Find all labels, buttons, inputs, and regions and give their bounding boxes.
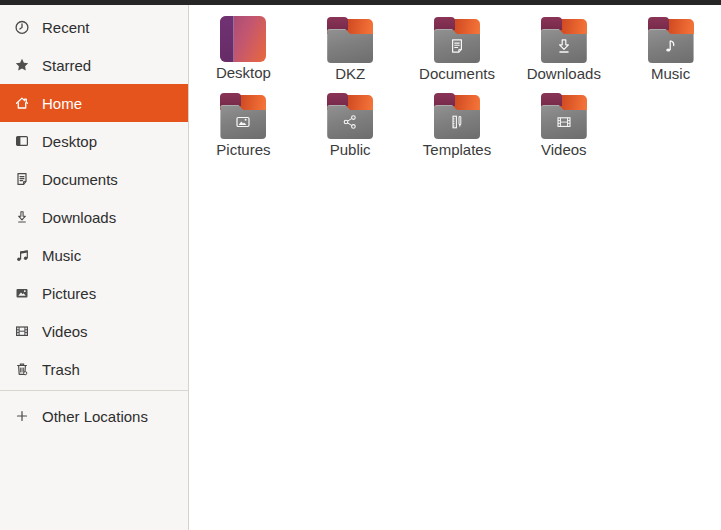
folder-icon [326, 93, 374, 139]
icon-grid: Desktop DKZ Documents [190, 10, 721, 162]
file-item-label: Downloads [527, 66, 601, 82]
folder-icon [540, 93, 588, 139]
sidebar-item-label: Home [42, 95, 82, 112]
home-icon [14, 95, 30, 111]
download-icon [14, 209, 30, 225]
files-view[interactable]: Desktop DKZ Documents [189, 5, 721, 530]
document-icon [14, 171, 30, 187]
file-item-label: Templates [423, 142, 491, 158]
film-emblem-icon [555, 113, 573, 131]
sidebar-item-label: Other Locations [42, 408, 148, 425]
sidebar-item-label: Videos [42, 323, 88, 340]
ruler-pencil-emblem-icon [448, 113, 466, 131]
share-emblem-icon [341, 113, 359, 131]
file-item-label: Desktop [216, 65, 271, 81]
sidebar-item-label: Trash [42, 361, 80, 378]
folder-icon [219, 93, 267, 139]
folder-icon [433, 93, 481, 139]
file-item-label: Documents [419, 66, 495, 82]
window-icon [14, 133, 30, 149]
star-icon [14, 57, 30, 73]
file-item-dkz[interactable]: DKZ [297, 10, 404, 86]
sidebar-separator [0, 390, 188, 391]
places-sidebar: Recent Starred Home Desktop Documents [0, 5, 189, 530]
sidebar-item-videos[interactable]: Videos [0, 312, 188, 350]
music-note-emblem-icon [662, 37, 680, 55]
file-item-public[interactable]: Public [297, 86, 404, 162]
sidebar-item-recent[interactable]: Recent [0, 8, 188, 46]
file-item-music[interactable]: Music [617, 10, 721, 86]
plus-icon [14, 408, 30, 424]
sidebar-item-music[interactable]: Music [0, 236, 188, 274]
sidebar-item-starred[interactable]: Starred [0, 46, 188, 84]
document-emblem-icon [448, 37, 466, 55]
file-item-label: Public [330, 142, 371, 158]
file-item-pictures[interactable]: Pictures [190, 86, 297, 162]
sidebar-item-desktop[interactable]: Desktop [0, 122, 188, 160]
sidebar-item-home[interactable]: Home [0, 84, 188, 122]
folder-icon [647, 17, 695, 63]
file-item-desktop[interactable]: Desktop [190, 10, 297, 86]
sidebar-item-pictures[interactable]: Pictures [0, 274, 188, 312]
file-item-documents[interactable]: Documents [404, 10, 511, 86]
music-note-icon [14, 247, 30, 263]
trash-icon [14, 361, 30, 377]
file-item-label: Pictures [216, 142, 270, 158]
photo-emblem-icon [234, 113, 252, 131]
folder-icon [326, 17, 374, 63]
download-arrow-emblem-icon [555, 37, 573, 55]
sidebar-item-label: Downloads [42, 209, 116, 226]
sidebar-item-downloads[interactable]: Downloads [0, 198, 188, 236]
file-item-label: Music [651, 66, 690, 82]
sidebar-item-documents[interactable]: Documents [0, 160, 188, 198]
file-item-templates[interactable]: Templates [404, 86, 511, 162]
sidebar-item-label: Pictures [42, 285, 96, 302]
sidebar-item-trash[interactable]: Trash [0, 350, 188, 388]
user-desktop-icon [220, 16, 266, 62]
folder-icon [540, 17, 588, 63]
film-icon [14, 323, 30, 339]
sidebar-item-label: Music [42, 247, 81, 264]
sidebar-item-label: Desktop [42, 133, 97, 150]
image-icon [14, 285, 30, 301]
files-window: Recent Starred Home Desktop Documents [0, 5, 721, 530]
file-item-videos[interactable]: Videos [510, 86, 617, 162]
folder-icon [433, 17, 481, 63]
sidebar-item-label: Starred [42, 57, 91, 74]
sidebar-item-other-locations[interactable]: Other Locations [0, 397, 188, 435]
clock-icon [14, 19, 30, 35]
file-item-label: Videos [541, 142, 587, 158]
file-item-downloads[interactable]: Downloads [510, 10, 617, 86]
file-item-label: DKZ [335, 66, 365, 82]
sidebar-item-label: Recent [42, 19, 90, 36]
sidebar-item-label: Documents [42, 171, 118, 188]
